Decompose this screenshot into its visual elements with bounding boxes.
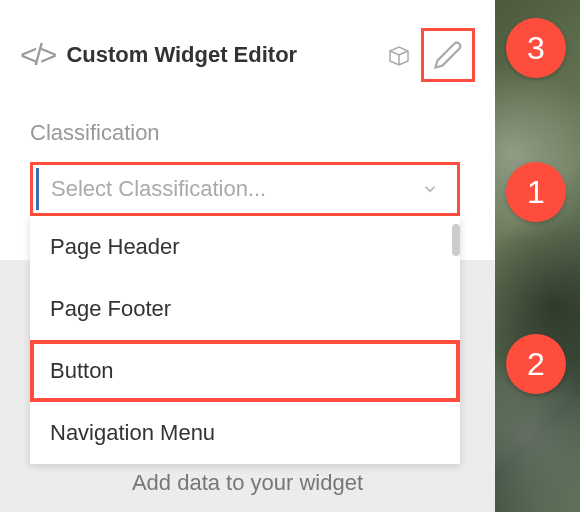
header-actions	[385, 28, 475, 82]
content: Classification Select Classification... …	[0, 110, 495, 226]
dropdown-item-page-footer[interactable]: Page Footer	[30, 278, 460, 340]
callout-badge-1: 1	[506, 162, 566, 222]
callout-badge-2: 2	[506, 334, 566, 394]
dropdown-item-button[interactable]: Button	[30, 340, 460, 402]
classification-select[interactable]: Select Classification...	[30, 162, 460, 216]
bottom-help-text: Add data to your widget	[132, 470, 363, 496]
select-placeholder: Select Classification...	[51, 176, 421, 202]
code-icon: </>	[20, 38, 54, 72]
classification-select-wrapper: Select Classification... Page Header Pag…	[30, 162, 465, 216]
edit-button[interactable]	[421, 28, 475, 82]
page-title: Custom Widget Editor	[66, 42, 373, 68]
classification-dropdown: Page Header Page Footer Button Navigatio…	[30, 216, 460, 464]
pencil-icon	[433, 40, 463, 70]
dropdown-item-navigation-menu[interactable]: Navigation Menu	[30, 402, 460, 464]
dropdown-item-page-header[interactable]: Page Header	[30, 216, 460, 278]
scrollbar-thumb[interactable]	[452, 224, 460, 256]
editor-panel: </> Custom Widget Editor Add data to you…	[0, 0, 495, 512]
chevron-down-icon	[421, 180, 439, 198]
header: </> Custom Widget Editor	[0, 0, 495, 110]
classification-label: Classification	[30, 120, 465, 146]
box-icon[interactable]	[385, 43, 413, 67]
callout-badge-3: 3	[506, 18, 566, 78]
